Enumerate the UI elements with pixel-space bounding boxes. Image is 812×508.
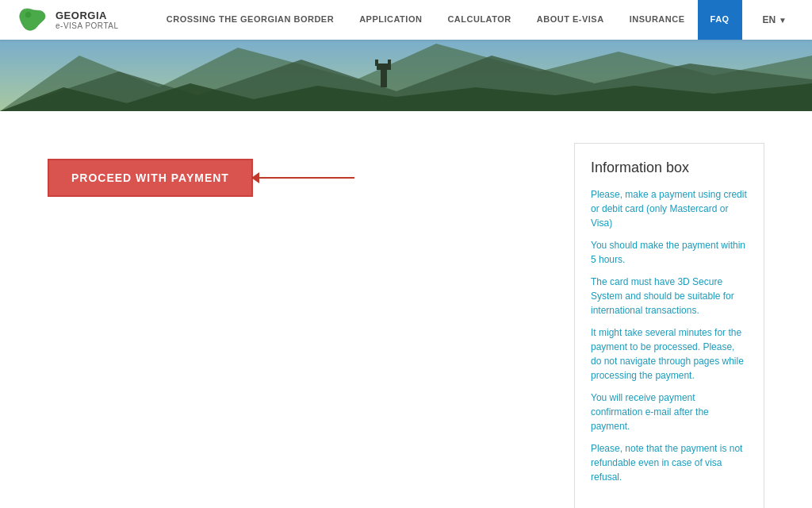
chevron-down-icon: ▼ — [779, 16, 787, 25]
logo-title: GEORGIA — [56, 10, 119, 21]
info-item-4: It might take several minutes for the pa… — [591, 325, 748, 383]
svg-rect-4 — [381, 67, 387, 87]
main-nav: CROSSING THE GEORGIAN BORDER APPLICATION… — [143, 0, 753, 40]
logo-area: GEORGIA e-VISA PORTAL — [16, 6, 143, 34]
nav-application[interactable]: APPLICATION — [347, 0, 435, 40]
hero-banner — [0, 40, 812, 111]
nav-calculator[interactable]: CALCULATOR — [435, 0, 523, 40]
nav-crossing[interactable]: CROSSING THE GEORGIAN BORDER — [154, 0, 347, 40]
hero-landscape — [0, 40, 812, 111]
georgia-map-icon — [16, 6, 49, 34]
arrow-head-icon — [251, 172, 259, 183]
nav-about[interactable]: ABOUT e-VISA — [524, 0, 617, 40]
info-box: Information box Please, make a payment u… — [574, 143, 764, 508]
info-item-6: Please, note that the payment is not ref… — [591, 441, 748, 484]
logo-subtitle: e-VISA PORTAL — [56, 21, 119, 30]
info-box-title: Information box — [591, 160, 748, 176]
info-item-5: You will receive payment confirmation e-… — [591, 391, 748, 433]
arrow-indicator — [259, 177, 354, 179]
info-item-3: The card must have 3D Secure System and … — [591, 275, 748, 318]
nav-insurance[interactable]: INSURANCE — [617, 0, 698, 40]
svg-rect-7 — [388, 60, 391, 66]
logo-text: GEORGIA e-VISA PORTAL — [56, 10, 119, 30]
language-selector[interactable]: EN ▼ — [753, 14, 796, 25]
header: GEORGIA e-VISA PORTAL CROSSING THE GEORG… — [0, 0, 812, 40]
info-item-2: You should make the payment within 5 hou… — [591, 238, 748, 267]
nav-faq[interactable]: FAQ — [698, 0, 742, 40]
arrow-line — [259, 177, 354, 179]
main-content: PROCEED WITH PAYMENT Information box Ple… — [0, 111, 812, 508]
proceed-with-payment-button[interactable]: PROCEED WITH PAYMENT — [48, 159, 253, 197]
left-section: PROCEED WITH PAYMENT — [48, 143, 527, 197]
svg-rect-6 — [375, 60, 378, 66]
payment-row: PROCEED WITH PAYMENT — [48, 159, 354, 197]
info-item-1: Please, make a payment using credit or d… — [591, 187, 748, 230]
